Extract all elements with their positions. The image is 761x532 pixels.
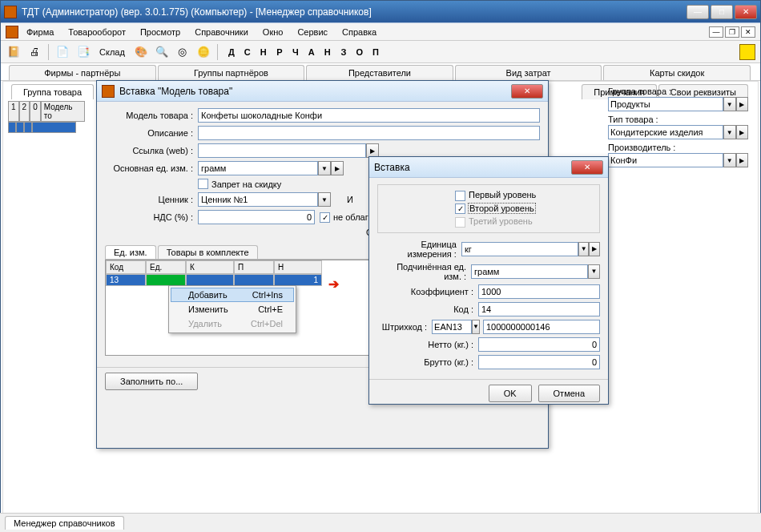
dlg2-cancel-button[interactable]: Отмена	[538, 385, 600, 402]
menu-help[interactable]: Справка	[336, 26, 383, 38]
d2-code-label: Код :	[377, 304, 473, 314]
cell-code: 13	[106, 274, 146, 286]
ctx-edit[interactable]: ИзменитьCtrl+E	[171, 302, 294, 316]
target-icon[interactable]: ◎	[175, 44, 191, 60]
dlg2-close-button[interactable]: ✕	[571, 160, 603, 175]
letter-d[interactable]: Д	[223, 47, 240, 57]
desc-label: Описание :	[105, 128, 193, 138]
price-combo[interactable]	[198, 192, 318, 207]
chevron-down-icon[interactable]: ▼	[723, 153, 736, 167]
d2-gross-input[interactable]	[478, 355, 600, 369]
lvl1-checkbox[interactable]	[455, 191, 465, 201]
menu-view[interactable]: Просмотр	[134, 26, 187, 38]
arrow-right-icon[interactable]: ▶	[736, 125, 749, 139]
vat-none-checkbox[interactable]: ✓	[320, 212, 330, 223]
warehouse-label[interactable]: Склад	[96, 47, 128, 57]
menu-turnover[interactable]: Товарооборот	[62, 26, 132, 38]
lvl2-checkbox[interactable]: ✓	[455, 204, 465, 214]
tab-kit[interactable]: Товары в комплекте	[158, 245, 258, 259]
tab-partner-groups[interactable]: Группы партнёров	[158, 65, 305, 80]
dialog-icon	[102, 85, 115, 98]
model-input[interactable]	[198, 108, 540, 123]
dlg1-close-button[interactable]: ✕	[511, 84, 543, 99]
main-title: ТДТ (Администратор) (вер. 3.0.1.775) (Ко…	[22, 6, 687, 18]
letter-r[interactable]: Р	[272, 47, 288, 57]
dlg1-title: Вставка "Модель товара"	[119, 86, 511, 97]
new-doc-icon[interactable]: 📄	[54, 44, 70, 60]
desc-input[interactable]	[198, 126, 540, 140]
chevron-down-icon[interactable]: ▼	[318, 161, 331, 175]
d2-bc-input[interactable]	[483, 320, 600, 334]
ugh-code: Код	[106, 260, 146, 274]
arrow-right-icon[interactable]: ▶	[589, 242, 600, 256]
print-icon[interactable]: 🖨	[26, 44, 42, 60]
chevron-down-icon[interactable]: ▼	[578, 242, 590, 256]
maximize-button[interactable]: □	[711, 5, 733, 19]
menu-window[interactable]: Окно	[256, 26, 290, 38]
search-icon[interactable]: 🔍	[154, 44, 170, 60]
d2-coef-input[interactable]	[478, 284, 600, 299]
cell-unit	[146, 274, 186, 286]
letter-s[interactable]: С	[240, 47, 256, 57]
menu-refs[interactable]: Справочники	[188, 26, 255, 38]
left-grid[interactable]: 1 2 0 Модель то	[8, 101, 85, 133]
tab-reps[interactable]: Представители	[306, 65, 453, 80]
mdi-close-button[interactable]: ✕	[741, 26, 755, 38]
lvl3-checkbox	[455, 217, 465, 228]
chevron-down-icon[interactable]: ▼	[723, 97, 736, 111]
letter-z[interactable]: З	[336, 47, 352, 57]
trunc-i: И	[347, 195, 353, 204]
copy-icon[interactable]: 📑	[75, 44, 91, 60]
menu-app-icon	[6, 26, 18, 38]
gh-3: 0	[30, 101, 41, 122]
letter-o[interactable]: О	[352, 47, 368, 57]
arrow-right-icon[interactable]: ▶	[736, 153, 749, 167]
letter-ch[interactable]: Ч	[288, 47, 304, 57]
close-button[interactable]: ✕	[735, 5, 757, 19]
minimize-button[interactable]: —	[687, 5, 709, 19]
status-tab[interactable]: Менеджер справочников	[5, 516, 124, 530]
lvl3-label: Третий уровень	[469, 216, 533, 226]
d2-code-input[interactable]	[478, 302, 600, 316]
nodisc-checkbox[interactable]	[198, 179, 208, 189]
exit-icon[interactable]	[739, 44, 755, 60]
book-icon[interactable]: 📔	[6, 44, 22, 60]
ctx-delete: УдалитьCtrl+Del	[171, 316, 294, 331]
letter-n2[interactable]: Н	[320, 47, 336, 57]
chevron-down-icon[interactable]: ▼	[588, 264, 600, 279]
tab-product-group[interactable]: Группа товара	[11, 84, 94, 99]
tab-firms[interactable]: Фирмы - партнёры	[9, 65, 156, 80]
arrow-right-icon[interactable]: ▶	[736, 97, 749, 111]
chevron-down-icon[interactable]: ▼	[472, 320, 480, 334]
d2-sub-combo[interactable]	[471, 264, 588, 279]
group-combo[interactable]	[608, 97, 723, 111]
letter-a[interactable]: А	[304, 47, 320, 57]
tab-expense-type[interactable]: Вид затрат	[455, 65, 602, 80]
letter-n[interactable]: Н	[256, 47, 272, 57]
tab-units[interactable]: Ед. изм.	[105, 245, 156, 259]
dlg2-ok-button[interactable]: OK	[489, 385, 532, 402]
tab-discount-cards[interactable]: Карты скидок	[603, 65, 751, 80]
ctx-add[interactable]: ДобавитьCtrl+Ins	[171, 288, 294, 302]
palette-icon[interactable]: 🎨	[133, 44, 149, 60]
d2-net-input[interactable]	[478, 337, 600, 352]
mdi-minimize-button[interactable]: —	[709, 26, 723, 38]
menu-service[interactable]: Сервис	[291, 26, 334, 38]
type-combo[interactable]	[608, 125, 723, 139]
arrow-right-icon[interactable]: ▶	[331, 161, 344, 175]
letter-p[interactable]: П	[368, 47, 384, 57]
menu-firm[interactable]: Фирма	[20, 26, 60, 38]
vat-input[interactable]	[198, 210, 315, 224]
gh-1: 1	[8, 101, 19, 122]
mdi-restore-button[interactable]: ❐	[725, 26, 739, 38]
d2-unit-combo[interactable]	[461, 242, 578, 256]
chevron-down-icon[interactable]: ▼	[318, 192, 331, 207]
d2-coef-label: Коэффициент :	[377, 287, 473, 296]
link-input[interactable]	[198, 143, 366, 158]
base-unit-combo[interactable]	[198, 161, 318, 175]
d2-bc-type[interactable]	[432, 320, 472, 334]
coin-icon[interactable]: 🪙	[195, 44, 211, 60]
fill-by-button[interactable]: Заполнить по...	[105, 373, 198, 390]
maker-combo[interactable]	[608, 153, 723, 167]
chevron-down-icon[interactable]: ▼	[723, 125, 736, 139]
